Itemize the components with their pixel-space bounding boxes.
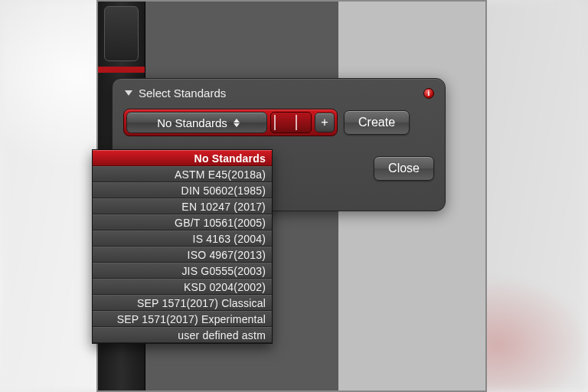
- list-item[interactable]: GB/T 10561(2005): [93, 214, 272, 230]
- updown-sort-icon: [234, 119, 240, 127]
- collapse-triangle-icon[interactable]: [125, 90, 132, 96]
- create-button[interactable]: Create: [344, 110, 410, 135]
- selection-slot[interactable]: [270, 112, 312, 133]
- controls-row: No Standards + Create: [123, 109, 434, 136]
- panel-header: Select Standards i: [123, 87, 434, 100]
- list-item[interactable]: EN 10247 (2017): [93, 198, 272, 214]
- list-item[interactable]: KSD 0204(2002): [93, 279, 272, 295]
- dropdown-value: No Standards: [157, 116, 227, 129]
- info-icon[interactable]: i: [423, 88, 434, 99]
- list-item[interactable]: SEP 1571(2017) Classical: [93, 295, 272, 311]
- list-item[interactable]: IS 4163 (2004): [93, 230, 272, 247]
- list-item[interactable]: SEP 1571(2017) Experimental: [93, 311, 272, 327]
- list-item[interactable]: DIN 50602(1985): [93, 182, 272, 198]
- plus-icon: +: [321, 116, 328, 129]
- list-item[interactable]: ISO 4967(2013): [93, 247, 272, 263]
- close-button[interactable]: Close: [374, 156, 434, 181]
- add-standard-button[interactable]: +: [315, 113, 335, 132]
- dropdown-red-container: No Standards +: [123, 109, 338, 136]
- list-item[interactable]: JIS G0555(2003): [93, 263, 272, 279]
- standards-dropdown[interactable]: No Standards: [126, 112, 267, 133]
- list-item[interactable]: user defined astm: [93, 327, 272, 343]
- standards-dropdown-list[interactable]: No Standards ASTM E45(2018a) DIN 50602(1…: [92, 149, 273, 344]
- list-item[interactable]: No Standards: [93, 150, 272, 166]
- list-item[interactable]: ASTM E45(2018a): [93, 166, 272, 182]
- panel-title: Select Standards: [139, 87, 226, 100]
